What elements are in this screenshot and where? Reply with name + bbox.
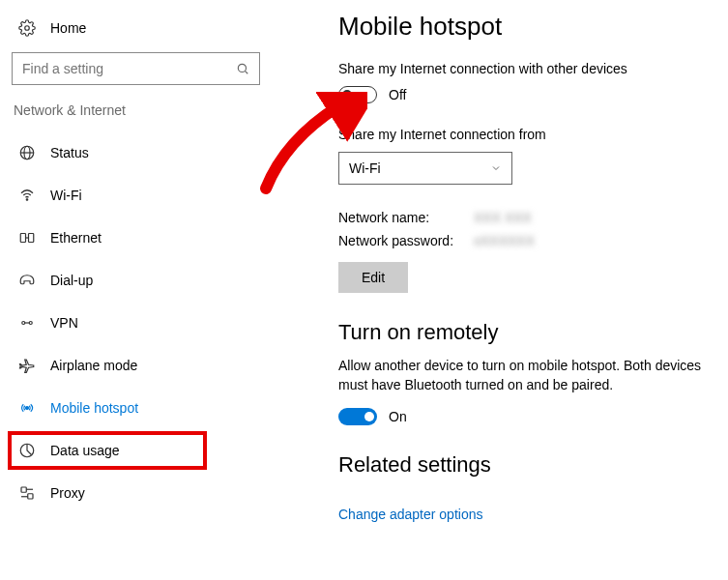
svg-point-6 [26,199,28,201]
sidebar-item-label: Proxy [50,485,85,501]
svg-point-0 [25,26,30,31]
from-select[interactable]: Wi-Fi [338,152,512,185]
sidebar-item-label: Dial-up [50,273,93,288]
sidebar-item-dialup[interactable]: Dial-up [0,259,300,302]
svg-point-1 [239,64,247,72]
share-toggle[interactable] [338,86,377,103]
edit-button[interactable]: Edit [338,262,408,293]
svg-rect-7 [20,234,25,243]
remote-toggle[interactable] [338,408,377,425]
datausage-icon [17,442,37,459]
wifi-icon [17,187,37,204]
network-password-label: Network password: [338,233,474,248]
svg-point-11 [29,322,32,325]
remote-desc: Allow another device to turn on mobile h… [338,357,725,394]
sidebar-item-ethernet[interactable]: Ethernet [0,217,300,259]
chevron-down-icon [490,162,502,174]
sidebar-item-datausage[interactable]: Data usage [0,429,300,472]
sidebar-item-label: Airplane mode [50,358,137,373]
svg-rect-15 [21,487,26,492]
category-label: Network & Internet [0,102,300,131]
network-name-value: XXX XXX [474,210,532,225]
dialup-icon [17,272,37,289]
proxy-icon [17,484,37,502]
search-field[interactable] [22,61,236,76]
related-title: Related settings [338,452,728,478]
sidebar-item-label: Ethernet [50,230,102,246]
sidebar-item-label: VPN [50,315,78,331]
svg-rect-16 [28,494,33,499]
svg-point-10 [22,322,25,325]
sidebar: Home Network & Internet Status Wi-Fi E [0,0,300,580]
sidebar-item-label: Data usage [50,443,120,458]
sidebar-item-label: Wi-Fi [50,188,82,203]
remote-toggle-state: On [389,409,407,424]
from-value: Wi-Fi [349,160,381,176]
sidebar-item-status[interactable]: Status [0,131,300,174]
main-panel: Mobile hotspot Share my Internet connect… [300,0,728,580]
sidebar-item-proxy[interactable]: Proxy [0,472,300,514]
sidebar-item-vpn[interactable]: VPN [0,302,300,344]
search-icon [236,62,249,75]
share-label: Share my Internet connection with other … [338,61,728,76]
ethernet-icon [17,229,37,246]
share-toggle-state: Off [389,87,406,102]
airplane-icon [17,357,37,374]
svg-rect-8 [29,234,34,243]
svg-line-2 [246,71,248,73]
gear-icon [17,19,37,37]
vpn-icon [17,314,37,332]
network-icon [17,144,37,161]
network-name-label: Network name: [338,210,474,225]
home-link[interactable]: Home [0,12,300,44]
sidebar-item-wifi[interactable]: Wi-Fi [0,174,300,217]
sidebar-item-label: Status [50,145,89,160]
search-input[interactable] [12,52,260,85]
page-title: Mobile hotspot [338,12,728,42]
hotspot-icon [17,399,37,417]
from-label: Share my Internet connection from [338,127,728,142]
related-link[interactable]: Change adapter options [338,507,482,522]
sidebar-item-hotspot[interactable]: Mobile hotspot [0,387,300,429]
svg-point-13 [26,407,29,410]
home-label: Home [50,20,86,36]
sidebar-item-label: Mobile hotspot [50,400,138,416]
network-password-value: xXXXXXX [474,233,535,248]
sidebar-item-airplane[interactable]: Airplane mode [0,344,300,387]
remote-title: Turn on remotely [338,320,728,345]
